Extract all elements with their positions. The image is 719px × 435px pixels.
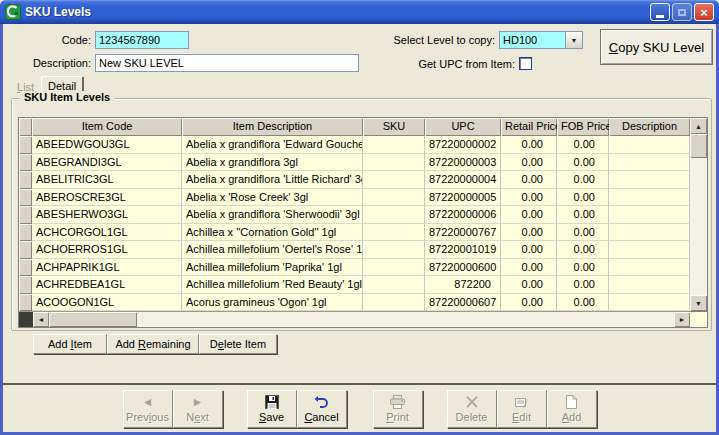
grid-header-row: Item Code Item Description SKU UPC Retai…: [19, 118, 690, 136]
grid-corner-cell: [19, 118, 32, 136]
column-header-item-description[interactable]: Item Description: [182, 118, 363, 136]
get-upc-label: Get UPC from Item:: [389, 58, 515, 70]
column-header-fob-price[interactable]: FOB Price: [557, 118, 609, 136]
table-row[interactable]: ACHCORGOL1GL Achillea x ''Cornation Gold…: [19, 224, 690, 242]
column-header-item-code[interactable]: Item Code: [32, 118, 182, 136]
select-level-label: Select Level to copy:: [369, 34, 495, 46]
delete-x-icon: [466, 394, 478, 410]
column-header-upc[interactable]: UPC: [425, 118, 501, 136]
table-row[interactable]: ABELITRIC3GL Abelia x grandiflora 'Littl…: [19, 171, 690, 189]
record-toolbar: ◄ Previous ► Next: [3, 390, 716, 428]
add-button: Add: [547, 390, 597, 428]
scroll-right-icon[interactable]: ►: [674, 312, 690, 327]
get-upc-checkbox[interactable]: [519, 57, 532, 70]
new-page-icon: [566, 394, 577, 410]
maximize-button: [672, 3, 692, 21]
row-selector[interactable]: [19, 171, 32, 189]
table-row[interactable]: ABEGRANDI3GL Abelia x grandiflora 3gl 87…: [19, 154, 690, 172]
minimize-button[interactable]: [650, 3, 670, 21]
table-row[interactable]: ACHOERROS1GL Achillea millefolium 'Oerte…: [19, 241, 690, 259]
scrollbar-dark-corner: [19, 312, 33, 327]
code-input[interactable]: 1234567890: [95, 31, 189, 49]
delete-button: Delete: [447, 390, 497, 428]
row-selector[interactable]: [19, 294, 32, 312]
next-button: ► Next: [173, 390, 223, 428]
vertical-scroll-thumb[interactable]: [690, 134, 707, 158]
app-icon: [5, 4, 21, 20]
grid-rows: ABEEDWGOU3GL Abelia x grandiflora 'Edwar…: [19, 136, 690, 311]
code-label: Code:: [21, 34, 91, 46]
column-header-sku[interactable]: SKU: [363, 118, 425, 136]
row-selector[interactable]: [19, 136, 32, 154]
select-level-value: HD100: [500, 32, 565, 48]
cancel-button[interactable]: Cancel: [297, 390, 347, 428]
table-row[interactable]: ABESHERWO3GL Abelia x grandiflora 'Sherw…: [19, 206, 690, 224]
scroll-down-icon[interactable]: ▼: [690, 295, 707, 311]
edit-button: Edit: [497, 390, 547, 428]
row-selector[interactable]: [19, 224, 32, 242]
row-selector[interactable]: [19, 154, 32, 172]
close-button[interactable]: ×: [694, 3, 714, 21]
add-item-button[interactable]: Add Item: [33, 334, 107, 354]
printer-icon: [390, 394, 405, 410]
row-selector[interactable]: [19, 276, 32, 294]
table-row[interactable]: ABEEDWGOU3GL Abelia x grandiflora 'Edwar…: [19, 136, 690, 154]
vertical-scroll-track[interactable]: [690, 158, 707, 295]
previous-icon: ◄: [142, 394, 154, 410]
window-title: SKU Levels: [25, 5, 650, 19]
next-icon: ►: [192, 394, 204, 410]
row-selector[interactable]: [19, 189, 32, 207]
save-button[interactable]: Save: [247, 390, 297, 428]
scrollbar-corner: [690, 311, 707, 327]
sku-levels-window: SKU Levels × Code: 1234567890 Descriptio…: [0, 0, 719, 435]
table-row[interactable]: ABEROSCRE3GL Abelia x 'Rose Creek' 3gl 8…: [19, 189, 690, 207]
edit-icon: [515, 394, 529, 410]
description-input[interactable]: New SKU LEVEL: [95, 54, 359, 72]
column-header-retail-price[interactable]: Retail Price: [501, 118, 557, 136]
print-button: Print: [373, 390, 423, 428]
description-label: Description:: [21, 57, 91, 69]
vertical-scrollbar[interactable]: ▲ ▼: [690, 118, 707, 327]
table-row[interactable]: ACHREDBEA1GL Achillea millefolium 'Red B…: [19, 276, 690, 294]
add-remaining-button[interactable]: Add Remaining: [107, 334, 199, 354]
save-icon: [265, 394, 279, 410]
delete-item-button[interactable]: Delete Item: [199, 334, 277, 354]
horizontal-scrollbar[interactable]: ◄ ►: [19, 311, 690, 327]
row-selector[interactable]: [19, 206, 32, 224]
table-row[interactable]: ACOOGON1GL Acorus gramineus 'Ogon' 1gl 8…: [19, 294, 690, 312]
horizontal-scroll-track[interactable]: [137, 312, 674, 327]
sku-item-grid: Item Code Item Description SKU UPC Retai…: [18, 117, 708, 328]
table-row[interactable]: ACHPAPRIK1GL Achillea millefolium 'Papri…: [19, 259, 690, 277]
horizontal-scroll-thumb[interactable]: [49, 312, 137, 327]
column-header-description[interactable]: Description: [609, 118, 690, 136]
scroll-left-icon[interactable]: ◄: [33, 312, 49, 327]
group-title: SKU Item Levels: [20, 91, 114, 103]
select-level-combo[interactable]: HD100 ▼: [499, 31, 583, 49]
previous-button: ◄ Previous: [123, 390, 173, 428]
scroll-up-icon[interactable]: ▲: [690, 118, 707, 134]
divider: [3, 383, 716, 385]
row-selector[interactable]: [19, 259, 32, 277]
copy-sku-level-button[interactable]: Copy SKU Level: [600, 29, 713, 65]
chevron-down-icon[interactable]: ▼: [565, 32, 582, 48]
undo-icon: [314, 394, 329, 410]
row-selector[interactable]: [19, 241, 32, 259]
